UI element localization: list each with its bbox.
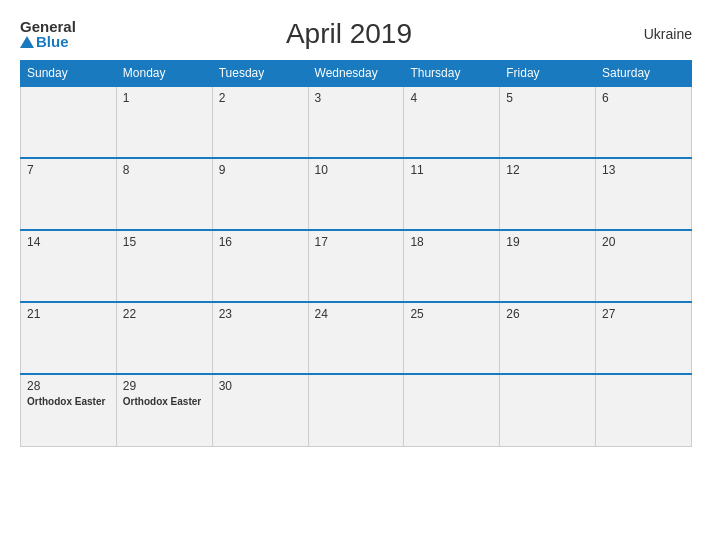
calendar-cell: 29Orthodox Easter xyxy=(116,374,212,446)
calendar-cell xyxy=(21,86,117,158)
day-number: 22 xyxy=(123,307,206,321)
day-number: 13 xyxy=(602,163,685,177)
calendar-cell: 11 xyxy=(404,158,500,230)
calendar-cell: 6 xyxy=(596,86,692,158)
day-number: 15 xyxy=(123,235,206,249)
calendar-cell: 18 xyxy=(404,230,500,302)
calendar-cell xyxy=(404,374,500,446)
calendar-cell: 9 xyxy=(212,158,308,230)
col-friday: Friday xyxy=(500,61,596,87)
day-number: 19 xyxy=(506,235,589,249)
calendar-cell: 24 xyxy=(308,302,404,374)
col-wednesday: Wednesday xyxy=(308,61,404,87)
calendar-table: Sunday Monday Tuesday Wednesday Thursday… xyxy=(20,60,692,447)
calendar-body: 1234567891011121314151617181920212223242… xyxy=(21,86,692,446)
calendar-cell: 25 xyxy=(404,302,500,374)
col-thursday: Thursday xyxy=(404,61,500,87)
calendar-cell: 23 xyxy=(212,302,308,374)
calendar-cell: 20 xyxy=(596,230,692,302)
day-number: 4 xyxy=(410,91,493,105)
calendar-cell: 7 xyxy=(21,158,117,230)
event-label: Orthodox Easter xyxy=(123,395,206,408)
day-number: 18 xyxy=(410,235,493,249)
calendar-cell: 4 xyxy=(404,86,500,158)
day-number: 17 xyxy=(315,235,398,249)
calendar-header: Sunday Monday Tuesday Wednesday Thursday… xyxy=(21,61,692,87)
logo-triangle-icon xyxy=(20,36,34,48)
week-row-0: 123456 xyxy=(21,86,692,158)
calendar-cell: 16 xyxy=(212,230,308,302)
week-row-2: 14151617181920 xyxy=(21,230,692,302)
day-number: 23 xyxy=(219,307,302,321)
header: General Blue April 2019 Ukraine xyxy=(20,18,692,50)
day-number: 16 xyxy=(219,235,302,249)
country-label: Ukraine xyxy=(622,26,692,42)
week-row-3: 21222324252627 xyxy=(21,302,692,374)
day-number: 5 xyxy=(506,91,589,105)
day-number: 28 xyxy=(27,379,110,393)
calendar-cell: 3 xyxy=(308,86,404,158)
day-number: 9 xyxy=(219,163,302,177)
calendar-cell: 5 xyxy=(500,86,596,158)
calendar-cell: 21 xyxy=(21,302,117,374)
day-number: 24 xyxy=(315,307,398,321)
calendar-cell: 14 xyxy=(21,230,117,302)
logo-blue-text: Blue xyxy=(20,34,76,49)
day-number: 11 xyxy=(410,163,493,177)
calendar-cell: 8 xyxy=(116,158,212,230)
calendar-page: General Blue April 2019 Ukraine Sunday M… xyxy=(0,0,712,550)
calendar-cell xyxy=(596,374,692,446)
calendar-cell: 30 xyxy=(212,374,308,446)
col-saturday: Saturday xyxy=(596,61,692,87)
day-number: 12 xyxy=(506,163,589,177)
col-monday: Monday xyxy=(116,61,212,87)
day-number: 6 xyxy=(602,91,685,105)
logo: General Blue xyxy=(20,19,76,49)
day-number: 29 xyxy=(123,379,206,393)
calendar-cell: 10 xyxy=(308,158,404,230)
day-number: 30 xyxy=(219,379,302,393)
day-number: 26 xyxy=(506,307,589,321)
calendar-cell: 28Orthodox Easter xyxy=(21,374,117,446)
calendar-cell: 1 xyxy=(116,86,212,158)
event-label: Orthodox Easter xyxy=(27,395,110,408)
calendar-title: April 2019 xyxy=(76,18,622,50)
calendar-cell: 22 xyxy=(116,302,212,374)
week-row-1: 78910111213 xyxy=(21,158,692,230)
day-number: 3 xyxy=(315,91,398,105)
col-tuesday: Tuesday xyxy=(212,61,308,87)
day-number: 7 xyxy=(27,163,110,177)
day-number: 10 xyxy=(315,163,398,177)
day-number: 8 xyxy=(123,163,206,177)
calendar-cell: 17 xyxy=(308,230,404,302)
calendar-cell: 26 xyxy=(500,302,596,374)
day-number: 27 xyxy=(602,307,685,321)
day-number: 14 xyxy=(27,235,110,249)
days-of-week-row: Sunday Monday Tuesday Wednesday Thursday… xyxy=(21,61,692,87)
calendar-cell xyxy=(308,374,404,446)
calendar-cell: 12 xyxy=(500,158,596,230)
day-number: 20 xyxy=(602,235,685,249)
logo-general-text: General xyxy=(20,19,76,34)
calendar-cell: 27 xyxy=(596,302,692,374)
day-number: 21 xyxy=(27,307,110,321)
day-number: 2 xyxy=(219,91,302,105)
day-number: 25 xyxy=(410,307,493,321)
calendar-cell: 15 xyxy=(116,230,212,302)
calendar-cell: 2 xyxy=(212,86,308,158)
calendar-cell: 19 xyxy=(500,230,596,302)
day-number: 1 xyxy=(123,91,206,105)
week-row-4: 28Orthodox Easter29Orthodox Easter30 xyxy=(21,374,692,446)
calendar-cell: 13 xyxy=(596,158,692,230)
col-sunday: Sunday xyxy=(21,61,117,87)
calendar-cell xyxy=(500,374,596,446)
